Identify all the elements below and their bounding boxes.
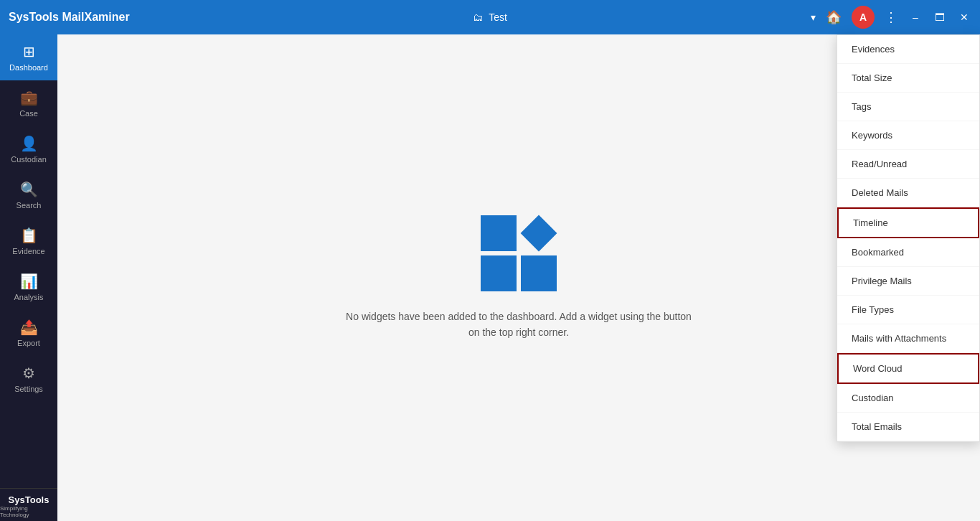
sidebar-item-dashboard[interactable]: ⊞ Dashboard bbox=[0, 34, 57, 80]
minimize-button[interactable]: – bbox=[908, 11, 923, 23]
sidebar-label-case: Case bbox=[19, 109, 38, 118]
widget-icon-group bbox=[481, 215, 557, 291]
search-icon: 🔍 bbox=[20, 181, 38, 198]
more-options-icon[interactable]: ⋮ bbox=[885, 9, 898, 25]
main-content: No widgets have been added to the dashbo… bbox=[57, 34, 980, 521]
custodian-icon: 👤 bbox=[20, 135, 38, 152]
widget-square-3 bbox=[521, 255, 557, 291]
widget-square-1 bbox=[481, 215, 517, 251]
evidence-icon: 📋 bbox=[20, 227, 38, 244]
placeholder-line2: on the top right corner. bbox=[346, 324, 692, 340]
analysis-icon: 📊 bbox=[20, 273, 38, 290]
dropdown-item-tags[interactable]: Tags bbox=[837, 93, 979, 121]
dropdown-item-evidences[interactable]: Evidences bbox=[837, 35, 979, 64]
sidebar-label-custodian: Custodian bbox=[11, 155, 47, 164]
case-icon: 💼 bbox=[20, 89, 38, 106]
placeholder-message: No widgets have been added to the dashbo… bbox=[346, 309, 692, 341]
settings-icon: ⚙ bbox=[22, 365, 35, 382]
dropdown-item-deleted-mails[interactable]: Deleted Mails bbox=[837, 179, 979, 207]
app-title: SysTools MailXaminer bbox=[9, 11, 811, 24]
sidebar-label-analysis: Analysis bbox=[14, 293, 44, 301]
sidebar-item-search[interactable]: 🔍 Search bbox=[0, 172, 57, 218]
dropdown-item-file-types[interactable]: File Types bbox=[837, 296, 979, 324]
dropdown-item-keywords[interactable]: Keywords bbox=[837, 121, 979, 150]
placeholder-line1: No widgets have been added to the dashbo… bbox=[346, 309, 692, 324]
main-layout: ⊞ Dashboard 💼 Case 👤 Custodian 🔍 Search … bbox=[0, 34, 980, 521]
sidebar-item-case[interactable]: 💼 Case bbox=[0, 80, 57, 126]
dropdown-item-timeline[interactable]: Timeline bbox=[837, 207, 979, 238]
dashboard-placeholder: No widgets have been added to the dashbo… bbox=[346, 215, 692, 341]
home-icon[interactable]: 🏠 bbox=[826, 9, 842, 25]
dropdown-chevron-icon[interactable]: ▾ bbox=[811, 11, 816, 23]
dropdown-item-word-cloud[interactable]: Word Cloud bbox=[837, 353, 979, 384]
sidebar-label-dashboard: Dashboard bbox=[9, 63, 48, 72]
user-avatar[interactable]: A bbox=[852, 6, 875, 29]
dashboard-icon: ⊞ bbox=[23, 43, 35, 60]
header-case-info: 🗂 Test bbox=[473, 11, 507, 23]
sidebar-item-export[interactable]: 📤 Export bbox=[0, 310, 57, 356]
sidebar-item-evidence[interactable]: 📋 Evidence bbox=[0, 218, 57, 264]
logo-subtext: Simplifying Technology bbox=[0, 505, 57, 518]
export-icon: 📤 bbox=[20, 319, 38, 336]
sidebar-item-custodian[interactable]: 👤 Custodian bbox=[0, 126, 57, 172]
header-controls: ▾ 🏠 A ⋮ – 🗖 ✕ bbox=[811, 6, 971, 29]
close-button[interactable]: ✕ bbox=[957, 11, 971, 23]
dropdown-item-total-emails[interactable]: Total Emails bbox=[837, 413, 979, 441]
widget-diamond bbox=[521, 215, 557, 251]
dropdown-item-total-size[interactable]: Total Size bbox=[837, 64, 979, 93]
dropdown-item-custodian[interactable]: Custodian bbox=[837, 384, 979, 413]
sidebar-label-evidence: Evidence bbox=[12, 247, 44, 255]
dropdown-item-mails-attachments[interactable]: Mails with Attachments bbox=[837, 324, 979, 353]
dropdown-item-privilege-mails[interactable]: Privilege Mails bbox=[837, 267, 979, 296]
case-name: Test bbox=[489, 11, 507, 23]
sidebar-label-settings: Settings bbox=[14, 385, 43, 393]
widget-diamond-container bbox=[521, 215, 557, 251]
case-folder-icon: 🗂 bbox=[473, 11, 483, 23]
maximize-button[interactable]: 🗖 bbox=[933, 11, 947, 23]
dropdown-item-read-unread[interactable]: Read/Unread bbox=[837, 150, 979, 179]
sidebar-label-export: Export bbox=[17, 339, 40, 347]
sidebar-label-search: Search bbox=[17, 201, 42, 210]
sidebar-item-settings[interactable]: ⚙ Settings bbox=[0, 356, 57, 402]
sidebar-item-analysis[interactable]: 📊 Analysis bbox=[0, 264, 57, 310]
widget-dropdown-menu: Evidences Total Size Tags Keywords Read/… bbox=[837, 34, 980, 442]
logo-text: SysTools bbox=[9, 494, 50, 505]
dropdown-item-bookmarked[interactable]: Bookmarked bbox=[837, 238, 979, 267]
sidebar-logo: SysTools Simplifying Technology bbox=[0, 488, 57, 521]
widget-square-2 bbox=[481, 255, 517, 291]
app-header: SysTools MailXaminer 🗂 Test ▾ 🏠 A ⋮ – 🗖 … bbox=[0, 0, 980, 34]
sidebar: ⊞ Dashboard 💼 Case 👤 Custodian 🔍 Search … bbox=[0, 34, 57, 521]
